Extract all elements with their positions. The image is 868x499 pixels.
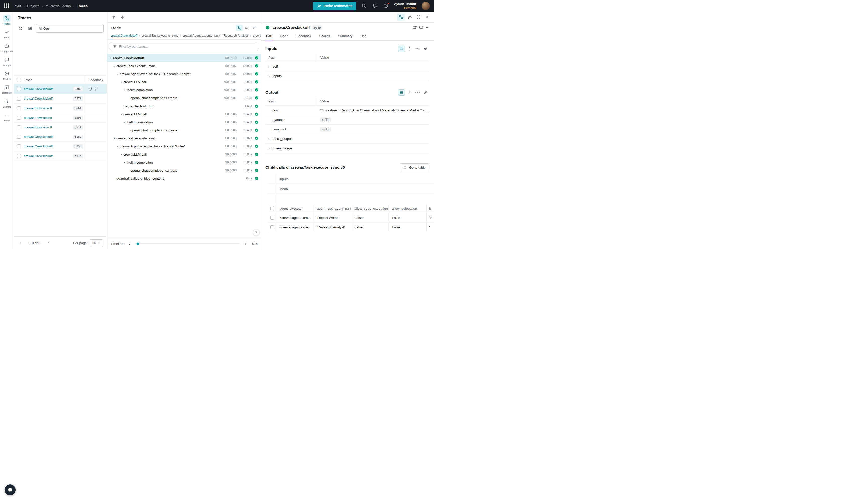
close-icon[interactable] bbox=[423, 14, 431, 21]
expand-chevron-icon[interactable]: › bbox=[269, 137, 271, 141]
expand-chevron-icon[interactable]: ▾ bbox=[115, 145, 120, 148]
expand-chevron-icon[interactable]: ▾ bbox=[123, 161, 127, 164]
trace-name-link[interactable]: crewai.Crew.kickoff bbox=[24, 154, 73, 158]
notifications-bell-icon[interactable] bbox=[372, 3, 378, 9]
add-reaction-icon[interactable] bbox=[88, 87, 92, 91]
trace-tree-node[interactable]: ▾ guardrail-validate_blog_content 0ms bbox=[107, 174, 261, 182]
output-code-view-icon[interactable]: </> bbox=[414, 89, 421, 96]
row-checkbox[interactable] bbox=[17, 125, 21, 129]
prev-page-button[interactable] bbox=[17, 240, 23, 246]
next-call-button[interactable] bbox=[119, 14, 126, 20]
output-row[interactable]: › pydantic null null bbox=[265, 115, 429, 125]
breadcrumb-project[interactable]: crewai_demo bbox=[46, 4, 71, 8]
output-row[interactable]: › raw **Investment Report: AI in Chemica… bbox=[265, 106, 429, 115]
expand-chevron-icon[interactable]: ▾ bbox=[115, 73, 120, 75]
sidebar-item-models[interactable]: Models bbox=[0, 69, 13, 82]
child-call-row[interactable]: <crewai.agents.cre... 'Research Analyst'… bbox=[268, 223, 434, 232]
timeline-next-button[interactable] bbox=[243, 241, 249, 247]
detail-tab[interactable]: Scores bbox=[319, 32, 330, 40]
trace-tree-node[interactable]: ▾ crewai.LLM.call $0.0006 9.40s bbox=[107, 110, 261, 118]
trace-tree-node[interactable]: ▾ crewai.Agent.execute_task - 'Report Wr… bbox=[107, 142, 261, 150]
trace-tree-node[interactable]: ▾ crewai.Crew.kickoff $0.0010 19.83s bbox=[107, 54, 261, 62]
expand-chevron-icon[interactable]: ▾ bbox=[119, 153, 123, 156]
avatar[interactable] bbox=[422, 2, 430, 10]
inputs-code-view-icon[interactable]: </> bbox=[414, 46, 421, 52]
expand-chevron-icon[interactable]: ▾ bbox=[119, 81, 123, 83]
edit-pencil-icon[interactable] bbox=[406, 14, 413, 21]
row-checkbox[interactable] bbox=[17, 154, 21, 158]
expand-chevron-icon[interactable]: ▾ bbox=[123, 121, 127, 124]
trace-tree-node[interactable]: ▾ crewai.Task.execute_sync $0.0007 13.92… bbox=[107, 62, 261, 70]
trace-tree-node[interactable]: ▾ crewai.Task.execute_sync $0.0003 5.87s bbox=[107, 134, 261, 142]
expand-chevron-icon[interactable]: › bbox=[269, 64, 271, 69]
row-checkbox[interactable] bbox=[17, 145, 21, 148]
detail-tab[interactable]: Use bbox=[360, 32, 367, 40]
trace-row[interactable]: crewai.Crew.kickoff e058 bbox=[14, 142, 107, 151]
input-row[interactable]: › inputs bbox=[265, 71, 429, 81]
go-to-table-button[interactable]: Go to table bbox=[400, 163, 429, 171]
breadcrumb-entity[interactable]: ayut bbox=[15, 4, 21, 8]
trace-tree-node[interactable]: ▾ litellm.completion $0.0003 5.84s bbox=[107, 158, 261, 166]
sidebar-item-evals[interactable]: Evals bbox=[0, 27, 13, 40]
help-icon[interactable] bbox=[383, 3, 388, 9]
op-filter-input[interactable] bbox=[119, 45, 256, 48]
expand-chevron-icon[interactable]: ▾ bbox=[109, 57, 113, 59]
row-checkbox[interactable] bbox=[17, 106, 21, 110]
trace-name-link[interactable]: crewai.Crew.kickoff bbox=[24, 87, 73, 91]
trace-tree-node[interactable]: ▾ litellm.completion <$0.0001 2.82s bbox=[107, 86, 261, 94]
sidebar-item-traces[interactable]: Traces bbox=[0, 14, 13, 27]
sidebar-item-more[interactable]: More bbox=[0, 110, 13, 123]
select-all-checkbox[interactable] bbox=[17, 78, 21, 82]
add-reaction-icon[interactable] bbox=[412, 25, 417, 30]
trace-tree-node[interactable]: ▾ crewai.LLM.call $0.0003 5.85s bbox=[107, 150, 261, 158]
flame-graph-toggle-icon[interactable] bbox=[251, 25, 258, 31]
trace-tree-node[interactable]: ▾ crewai.LLM.call <$0.0001 2.82s bbox=[107, 78, 261, 86]
sidebar-item-playground[interactable]: Playground bbox=[0, 41, 13, 54]
trace-tree-node[interactable]: ▾ openai.chat.completions.create $0.0006… bbox=[107, 126, 261, 134]
wandb-logo[interactable] bbox=[4, 3, 9, 8]
trace-name-link[interactable]: crewai.Crew.kickoff bbox=[24, 135, 73, 139]
expand-chevron-icon[interactable]: ▾ bbox=[119, 113, 123, 115]
timeline-prev-button[interactable] bbox=[126, 241, 132, 247]
sidebar-item-datasets[interactable]: Datasets bbox=[0, 83, 13, 96]
trace-name-link[interactable]: crewai.Flow.kickoff bbox=[24, 125, 73, 129]
timeline-slider-handle[interactable] bbox=[136, 242, 139, 245]
trace-row[interactable]: crewai.Crew.kickoff 316c bbox=[14, 132, 107, 142]
row-checkbox[interactable] bbox=[17, 87, 21, 91]
fullscreen-icon[interactable] bbox=[415, 14, 422, 21]
trace-breadcrumb-item[interactable]: crewai.Agent.execute_task - 'Research An… bbox=[178, 32, 248, 39]
output-hide-icon[interactable] bbox=[422, 89, 429, 96]
row-checkbox[interactable] bbox=[17, 97, 21, 100]
inputs-hide-icon[interactable] bbox=[422, 46, 429, 52]
detail-tab[interactable]: Call bbox=[265, 32, 273, 40]
tree-view-toggle-icon[interactable] bbox=[236, 25, 243, 31]
expand-chevron-icon[interactable]: ▾ bbox=[112, 137, 116, 140]
output-list-view-icon[interactable] bbox=[398, 89, 405, 96]
expand-chevron-icon[interactable]: ▾ bbox=[112, 64, 116, 67]
search-icon[interactable] bbox=[361, 3, 367, 9]
trace-tree-node[interactable]: ▾ crewai.Agent.execute_task - 'Research … bbox=[107, 70, 261, 78]
trace-name-link[interactable]: crewai.Flow.kickoff bbox=[24, 116, 73, 120]
breadcrumb-projects[interactable]: Projects bbox=[27, 4, 39, 8]
refresh-button[interactable] bbox=[17, 25, 24, 32]
output-row[interactable]: › token_usage bbox=[265, 144, 429, 153]
output-row[interactable]: › tasks_output bbox=[265, 134, 429, 144]
row-checkbox[interactable] bbox=[17, 116, 21, 120]
next-page-button[interactable] bbox=[46, 240, 52, 246]
column-header-feedback[interactable]: Feedback bbox=[86, 76, 107, 84]
comment-icon[interactable] bbox=[95, 87, 99, 91]
select-all-checkbox[interactable] bbox=[271, 207, 274, 210]
inputs-list-view-icon[interactable] bbox=[398, 46, 405, 52]
user-menu[interactable]: Ayush Thakur Personal bbox=[394, 1, 417, 10]
child-calls-column-header[interactable]: allow_code_execution bbox=[352, 204, 389, 213]
previous-call-button[interactable] bbox=[110, 14, 117, 20]
collapse-timeline-button[interactable] bbox=[253, 229, 260, 236]
child-calls-column-header[interactable]: agent_executor bbox=[277, 204, 314, 213]
output-row[interactable]: › json_dict null null bbox=[265, 125, 429, 134]
row-checkbox[interactable] bbox=[271, 226, 274, 229]
expand-chevron-icon[interactable]: ▾ bbox=[123, 89, 127, 92]
trace-row[interactable]: crewai.Crew.kickoff 9d89 bbox=[14, 84, 107, 94]
child-calls-column-header[interactable]: allow_delegation bbox=[389, 204, 426, 213]
trace-breadcrumb-item[interactable]: crewai.Task.execute_sync bbox=[137, 32, 178, 39]
sidebar-item-prompts[interactable]: Prompts bbox=[0, 55, 13, 68]
